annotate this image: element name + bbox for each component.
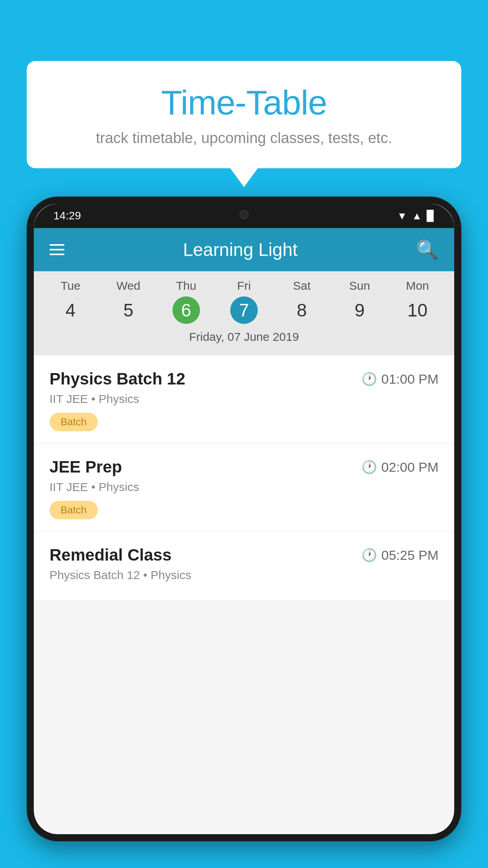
- day-label-wed[interactable]: Wed: [99, 279, 157, 292]
- signal-icon: ▲: [412, 210, 422, 222]
- day-label-sun[interactable]: Sun: [331, 279, 389, 292]
- schedule-item-2-sub: IIT JEE • Physics: [50, 480, 438, 494]
- phone-screen: 14:29 ▼ ▲ ▉: [34, 204, 454, 834]
- hamburger-line-3: [50, 254, 64, 255]
- phone-mockup: 14:29 ▼ ▲ ▉: [27, 197, 461, 868]
- date-5[interactable]: 5: [115, 296, 142, 324]
- phone-outer: 14:29 ▼ ▲ ▉: [27, 197, 461, 841]
- day-label-sat[interactable]: Sat: [273, 279, 331, 292]
- schedule-item-1-name: Physics Batch 12: [50, 370, 185, 388]
- schedule-item-3[interactable]: Remedial Class 🕐 05:25 PM Physics Batch …: [34, 531, 454, 601]
- schedule-item-2-header: JEE Prep 🕐 02:00 PM: [50, 458, 438, 476]
- schedule-item-1-header: Physics Batch 12 🕐 01:00 PM: [50, 370, 438, 388]
- date-9[interactable]: 9: [346, 296, 373, 324]
- wifi-icon: ▼: [397, 210, 407, 222]
- clock-icon-3: 🕐: [361, 548, 377, 563]
- menu-button[interactable]: [50, 244, 64, 255]
- phone-inner: 14:29 ▼ ▲ ▉: [34, 204, 454, 834]
- date-4[interactable]: 4: [57, 296, 84, 324]
- date-6-today[interactable]: 6: [172, 296, 200, 324]
- schedule-item-1-sub: IIT JEE • Physics: [50, 392, 438, 406]
- clock-icon-2: 🕐: [361, 460, 377, 474]
- schedule-item-2-time: 🕐 02:00 PM: [361, 460, 438, 475]
- day-label-mon[interactable]: Mon: [389, 279, 446, 292]
- batch-badge-1: Batch: [50, 413, 98, 431]
- day-label-fri[interactable]: Fri: [215, 279, 273, 292]
- status-bar: 14:29 ▼ ▲ ▉: [34, 204, 454, 228]
- speech-bubble-title: Time-Table: [50, 83, 438, 123]
- hamburger-line-1: [50, 244, 64, 246]
- date-7-selected[interactable]: 7: [230, 296, 258, 324]
- status-time: 14:29: [53, 210, 81, 222]
- schedule-item-3-sub: Physics Batch 12 • Physics: [50, 568, 438, 582]
- clock-icon-1: 🕐: [361, 371, 377, 386]
- speech-bubble-container: Time-Table track timetable, upcoming cla…: [27, 61, 461, 168]
- dates-row: 4 5 6 7 8 9 10: [34, 296, 454, 324]
- schedule-item-3-time: 🕐 05:25 PM: [361, 548, 438, 563]
- battery-icon: ▉: [427, 210, 435, 222]
- schedule-list: Physics Batch 12 🕐 01:00 PM IIT JEE • Ph…: [34, 355, 454, 601]
- day-label-thu[interactable]: Thu: [157, 279, 215, 292]
- hamburger-line-2: [50, 249, 64, 250]
- date-10[interactable]: 10: [404, 296, 431, 324]
- phone-notch: [209, 204, 279, 225]
- status-icons: ▼ ▲ ▉: [397, 210, 435, 222]
- selected-date-label: Friday, 07 June 2019: [34, 324, 454, 348]
- app-title: Learning Light: [183, 239, 298, 260]
- calendar-strip: Tue Wed Thu Fri Sat Sun Mon 4 5 6 7 8: [34, 271, 454, 355]
- schedule-item-1-time: 🕐 01:00 PM: [361, 371, 438, 387]
- app-header: Learning Light 🔍: [34, 228, 454, 271]
- search-icon[interactable]: 🔍: [416, 239, 438, 260]
- days-header: Tue Wed Thu Fri Sat Sun Mon: [34, 279, 454, 292]
- front-camera: [239, 210, 249, 219]
- batch-badge-2: Batch: [50, 501, 98, 519]
- schedule-item-3-header: Remedial Class 🕐 05:25 PM: [50, 546, 438, 565]
- schedule-item-2-name: JEE Prep: [50, 458, 122, 476]
- schedule-item-2[interactable]: JEE Prep 🕐 02:00 PM IIT JEE • Physics Ba…: [34, 443, 454, 531]
- day-label-tue[interactable]: Tue: [42, 279, 99, 292]
- speech-bubble-subtitle: track timetable, upcoming classes, tests…: [50, 130, 438, 147]
- schedule-item-3-name: Remedial Class: [50, 546, 172, 565]
- speech-bubble: Time-Table track timetable, upcoming cla…: [27, 61, 461, 168]
- schedule-item-1[interactable]: Physics Batch 12 🕐 01:00 PM IIT JEE • Ph…: [34, 355, 454, 443]
- date-8[interactable]: 8: [288, 296, 316, 324]
